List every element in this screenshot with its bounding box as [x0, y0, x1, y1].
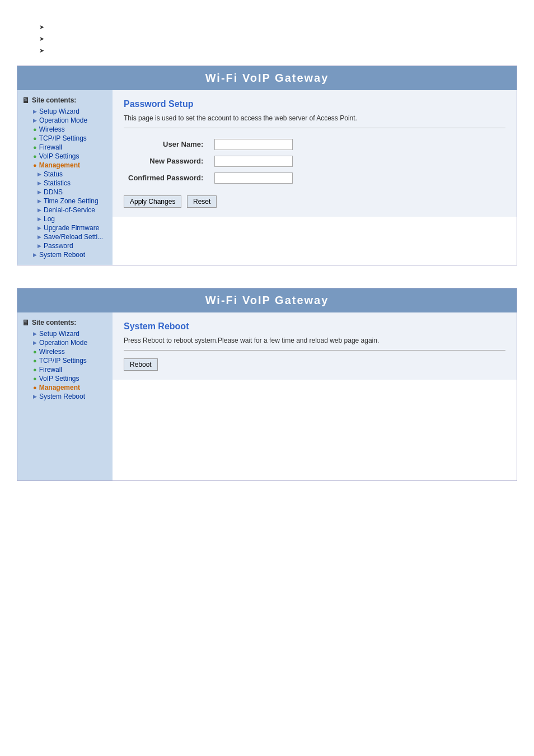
- orange-circle-icon-s2: ●: [33, 384, 37, 391]
- sidebar-item-2-voip-settings[interactable]: ● VoIP Settings: [22, 374, 108, 383]
- blue-arrow-icon-7: ▶: [38, 207, 41, 213]
- blue-arrow-icon-6: ▶: [38, 198, 41, 204]
- green-circle-icon-4: ●: [33, 153, 37, 160]
- blue-arrow-icon-s2-2: ▶: [33, 340, 37, 346]
- sidebar-1: 🖥 Site contents: ▶ Setup Wizard ▶ Operat…: [17, 90, 113, 265]
- blue-arrow-icon-10: ▶: [38, 234, 41, 240]
- content-divider-2: [124, 350, 505, 351]
- sidebar-item-dos[interactable]: ▶ Denial-of-Service: [22, 206, 108, 214]
- gateway-panel-1: Wi-Fi VoIP Gateway 🖥 Site contents: ▶ Se…: [17, 66, 517, 265]
- blue-arrow-icon-11: ▶: [38, 243, 41, 249]
- confirm-password-label: Confirmed Password:: [124, 170, 210, 186]
- blue-arrow-icon-s2-1: ▶: [33, 331, 37, 337]
- sidebar-item-2-wireless[interactable]: ● Wireless: [22, 347, 108, 356]
- bullet-item-1: [39, 22, 517, 31]
- sidebar-item-management[interactable]: ● Management: [22, 161, 108, 170]
- sidebar-item-2-operation-mode[interactable]: ▶ Operation Mode: [22, 338, 108, 347]
- sidebar-item-setup-wizard[interactable]: ▶ Setup Wizard: [22, 107, 108, 116]
- sidebar-item-firewall[interactable]: ● Firewall: [22, 143, 108, 152]
- gateway-header-1: Wi-Fi VoIP Gateway: [17, 66, 517, 90]
- green-circle-icon-s2-1: ●: [33, 348, 37, 355]
- blue-arrow-icon-9: ▶: [38, 225, 41, 231]
- green-circle-icon: ●: [33, 126, 37, 133]
- confirm-password-row: Confirmed Password:: [124, 170, 297, 186]
- blue-arrow-icon-s2-3: ▶: [33, 394, 37, 399]
- sidebar-item-operation-mode[interactable]: ▶ Operation Mode: [22, 116, 108, 125]
- sidebar-item-timezone[interactable]: ▶ Time Zone Setting: [22, 197, 108, 206]
- sidebar-icon-2: 🖥: [22, 318, 30, 327]
- green-circle-icon-s2-2: ●: [33, 357, 37, 364]
- confirm-password-input[interactable]: [214, 172, 293, 184]
- sidebar-item-upgrade-firmware[interactable]: ▶ Upgrade Firmware: [22, 223, 108, 232]
- gateway-panel-2: Wi-Fi VoIP Gateway 🖥 Site contents: ▶ Se…: [17, 288, 517, 481]
- orange-circle-icon: ●: [33, 162, 37, 169]
- form-buttons-1: Apply Changes Reset: [124, 195, 505, 208]
- blue-arrow-icon-3: ▶: [38, 171, 41, 177]
- bullet-item-2: [39, 34, 517, 43]
- form-buttons-2: Reboot: [124, 358, 505, 371]
- new-password-label: New Password:: [124, 153, 210, 170]
- bullet-item-3: [39, 46, 517, 54]
- content-divider-1: [124, 128, 505, 128]
- content-area-2: System Reboot Press Reboot to reboot sys…: [113, 312, 517, 380]
- reboot-button[interactable]: Reboot: [124, 358, 158, 371]
- sidebar-item-2-setup-wizard[interactable]: ▶ Setup Wizard: [22, 329, 108, 338]
- content-title-2: System Reboot: [124, 321, 505, 332]
- sidebar-title-1: 🖥 Site contents:: [22, 96, 108, 105]
- sidebar-item-log[interactable]: ▶ Log: [22, 214, 108, 223]
- username-label: User Name:: [124, 136, 210, 153]
- sidebar-item-2-management[interactable]: ● Management: [22, 383, 108, 392]
- sidebar-title-2: 🖥 Site contents:: [22, 318, 108, 327]
- blue-arrow-icon-2: ▶: [33, 118, 37, 123]
- blue-arrow-icon-8: ▶: [38, 216, 41, 222]
- sidebar-item-2-system-reboot[interactable]: ▶ System Reboot: [22, 392, 108, 401]
- sidebar-item-statistics[interactable]: ▶ Statistics: [22, 179, 108, 188]
- sidebar-2: 🖥 Site contents: ▶ Setup Wizard ▶ Operat…: [17, 312, 113, 480]
- sidebar-item-2-tcp-ip[interactable]: ● TCP/IP Settings: [22, 356, 108, 365]
- content-area-1: Password Setup This page is used to set …: [113, 90, 517, 217]
- content-title-1: Password Setup: [124, 99, 505, 109]
- username-input[interactable]: [214, 139, 293, 150]
- reset-button[interactable]: Reset: [187, 195, 217, 208]
- new-password-row: New Password:: [124, 153, 297, 170]
- blue-arrow-icon: ▶: [33, 109, 37, 114]
- blue-arrow-icon-12: ▶: [33, 252, 37, 258]
- blue-arrow-icon-5: ▶: [38, 189, 41, 195]
- password-form: User Name: New Password: Confirmed Passw…: [124, 136, 297, 186]
- username-row: User Name:: [124, 136, 297, 153]
- gateway-header-2: Wi-Fi VoIP Gateway: [17, 288, 517, 312]
- sidebar-item-save-reload[interactable]: ▶ Save/Reload Setti...: [22, 232, 108, 241]
- sidebar-item-password[interactable]: ▶ Password: [22, 241, 108, 250]
- sidebar-item-wireless[interactable]: ● Wireless: [22, 125, 108, 134]
- green-circle-icon-3: ●: [33, 144, 37, 151]
- sidebar-item-tcp-ip[interactable]: ● TCP/IP Settings: [22, 134, 108, 143]
- green-circle-icon-s2-4: ●: [33, 375, 37, 382]
- new-password-input[interactable]: [214, 156, 293, 167]
- blue-arrow-icon-4: ▶: [38, 180, 41, 186]
- sidebar-item-voip-settings[interactable]: ● VoIP Settings: [22, 152, 108, 161]
- content-desc-2: Press Reboot to reboot system.Please wai…: [124, 336, 505, 346]
- sidebar-item-ddns[interactable]: ▶ DDNS: [22, 188, 108, 197]
- sidebar-item-2-firewall[interactable]: ● Firewall: [22, 365, 108, 374]
- sidebar-icon-1: 🖥: [22, 96, 30, 105]
- green-circle-icon-2: ●: [33, 135, 37, 142]
- apply-changes-button[interactable]: Apply Changes: [124, 195, 181, 208]
- content-desc-1: This page is used to set the account to …: [124, 114, 505, 123]
- sidebar-item-system-reboot-1[interactable]: ▶ System Reboot: [22, 250, 108, 259]
- top-bullet-list: [39, 22, 517, 54]
- green-circle-icon-s2-3: ●: [33, 366, 37, 373]
- sidebar-item-status[interactable]: ▶ Status: [22, 170, 108, 179]
